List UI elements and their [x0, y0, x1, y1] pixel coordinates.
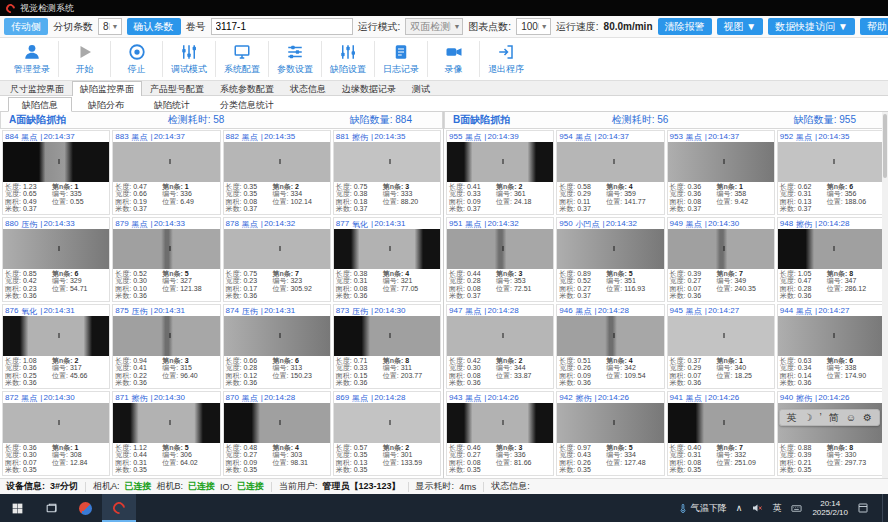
defect-image[interactable] [3, 229, 109, 268]
subtab-defect-info[interactable]: 缺陷信息 [8, 97, 72, 112]
exit-program-button[interactable]: 退出程序 [480, 41, 532, 77]
defect-image[interactable] [224, 229, 330, 268]
task-view-button[interactable] [34, 494, 68, 522]
touch-keyboard-button[interactable] [790, 503, 803, 514]
defect-image[interactable] [557, 142, 663, 181]
defect-image[interactable] [447, 316, 553, 355]
defect-image[interactable] [334, 142, 440, 181]
stop-button[interactable]: 停止 [111, 41, 163, 77]
debug-mode-button[interactable]: 调试模式 [163, 41, 216, 77]
defect-image[interactable] [557, 316, 663, 355]
defect-image[interactable] [778, 229, 884, 268]
defect-cell[interactable]: 954 黑点 20:14:37 长度: 0.58 宽度: 0.29 面积: 0.… [556, 130, 664, 215]
defect-cell[interactable]: 940 擦伤 20:14:26 长度: 0.88 宽度: 0.39 面积: 0.… [777, 391, 885, 476]
defect-image[interactable] [113, 142, 219, 181]
defect-cell[interactable]: 942 擦伤 20:14:26 长度: 0.97 宽度: 0.43 面积: 0.… [556, 391, 664, 476]
show-desktop-button[interactable] [882, 494, 885, 522]
taskbar-clock[interactable]: 20:14 2025/2/10 [812, 499, 848, 518]
defect-image[interactable] [668, 316, 774, 355]
clear-alarm-button[interactable]: 清除报警 [658, 18, 712, 35]
vertical-scrollbar[interactable] [882, 112, 888, 478]
tab-product-config[interactable]: 产品型号配置 [142, 81, 212, 95]
defect-cell[interactable]: 882 黑点 20:14:35 长度: 0.35 宽度: 0.35 面积: 0.… [223, 130, 331, 215]
subtab-class-stats[interactable]: 分类信息统计 [206, 97, 288, 111]
defect-cell[interactable]: 947 黑点 20:14:28 长度: 0.42 宽度: 0.30 面积: 0.… [446, 304, 554, 389]
defect-image[interactable] [3, 403, 109, 442]
defect-image[interactable] [447, 142, 553, 181]
defect-image[interactable] [224, 403, 330, 442]
run-mode-select[interactable]: 双面检测 [405, 18, 463, 35]
defect-cell[interactable]: 874 压伤 20:14:31 长度: 0.66 宽度: 0.28 面积: 0.… [223, 304, 331, 389]
defect-image[interactable] [778, 316, 884, 355]
defect-image[interactable] [3, 142, 109, 181]
defect-settings-button[interactable]: 缺陷设置 [322, 41, 375, 77]
pinned-app-button[interactable] [68, 494, 102, 522]
defect-image[interactable] [334, 316, 440, 355]
defect-image[interactable] [668, 403, 774, 442]
defect-cell[interactable]: 878 黑点 20:14:32 长度: 0.75 宽度: 0.23 面积: 0.… [223, 217, 331, 302]
ime-language-button[interactable]: 英 [772, 502, 781, 515]
system-config-button[interactable]: 系统配置 [216, 41, 269, 77]
ime-settings-button[interactable]: ⚙ [863, 410, 872, 425]
defect-cell[interactable]: 945 黑点 20:14:27 长度: 0.37 宽度: 0.29 面积: 0.… [667, 304, 775, 389]
defect-cell[interactable]: 948 擦伤 20:14:28 长度: 1.05 宽度: 0.47 面积: 0.… [777, 217, 885, 302]
defect-cell[interactable]: 943 黑点 20:14:26 长度: 0.46 宽度: 0.27 面积: 0.… [446, 391, 554, 476]
confirm-strips-button[interactable]: 确认条数 [127, 18, 181, 35]
defect-image[interactable] [224, 316, 330, 355]
tab-system-params[interactable]: 系统参数配置 [212, 81, 282, 95]
defect-cell[interactable]: 950 小凹点 20:14:32 长度: 0.89 宽度: 0.52 面积: 0… [556, 217, 664, 302]
tab-size-monitor[interactable]: 尺寸监控界面 [2, 81, 72, 95]
defect-image[interactable] [668, 229, 774, 268]
tab-defect-monitor[interactable]: 缺陷监控界面 [72, 81, 142, 96]
param-settings-button[interactable]: 参数设置 [269, 41, 322, 77]
scrollbar-thumb[interactable] [883, 114, 887, 178]
log-record-button[interactable]: 日志记录 [375, 41, 428, 77]
defect-cell[interactable]: 870 黑点 20:14:28 长度: 0.48 宽度: 0.27 面积: 0.… [223, 391, 331, 476]
admin-login-button[interactable]: 管理登录 [6, 41, 59, 77]
roll-number-input[interactable] [211, 18, 353, 35]
record-video-button[interactable]: 录像 [428, 41, 480, 77]
ime-simplified-toggle[interactable]: 简 [829, 410, 839, 425]
defect-image[interactable] [3, 316, 109, 355]
defect-cell[interactable]: 949 黑点 20:14:30 长度: 0.39 宽度: 0.27 面积: 0.… [667, 217, 775, 302]
defect-cell[interactable]: 869 黑点 20:14:28 长度: 0.57 宽度: 0.35 面积: 0.… [333, 391, 441, 476]
defect-image[interactable] [334, 403, 440, 442]
chart-points-select[interactable]: 100 [516, 18, 551, 35]
defect-cell[interactable]: 955 黑点 20:14:39 长度: 0.41 宽度: 0.33 面积: 0.… [446, 130, 554, 215]
defect-image[interactable] [557, 403, 663, 442]
defect-cell[interactable]: 884 黑点 20:14:37 长度: 1.23 宽度: 0.65 面积: 0.… [2, 130, 110, 215]
defect-cell[interactable]: 872 黑点 20:14:30 长度: 0.36 宽度: 0.30 面积: 0.… [2, 391, 110, 476]
notification-center-button[interactable] [857, 502, 869, 514]
defect-image[interactable] [447, 229, 553, 268]
defect-cell[interactable]: 944 黑点 20:14:27 长度: 0.63 宽度: 0.34 面积: 0.… [777, 304, 885, 389]
defect-cell[interactable]: 951 黑点 20:14:32 长度: 0.44 宽度: 0.28 面积: 0.… [446, 217, 554, 302]
subtab-defect-stats[interactable]: 缺陷统计 [140, 97, 204, 111]
defect-image[interactable] [557, 229, 663, 268]
volume-button[interactable] [751, 502, 763, 514]
ime-emoji-button[interactable]: ☺ [846, 410, 856, 425]
defect-image[interactable] [113, 229, 219, 268]
defect-cell[interactable]: 876 氧化 20:14:31 长度: 1.08 宽度: 0.36 面积: 0.… [2, 304, 110, 389]
defect-image[interactable] [113, 316, 219, 355]
defect-image[interactable] [447, 403, 553, 442]
tab-edge-data[interactable]: 边缘数据记录 [334, 81, 404, 95]
defect-cell[interactable]: 946 黑点 20:14:28 长度: 0.51 宽度: 0.26 面积: 0.… [556, 304, 664, 389]
subtab-defect-distribution[interactable]: 缺陷分布 [74, 97, 138, 111]
tab-status-info[interactable]: 状态信息 [282, 81, 334, 95]
defect-cell[interactable]: 873 压伤 20:14:30 长度: 0.71 宽度: 0.33 面积: 0.… [333, 304, 441, 389]
defect-cell[interactable]: 871 擦伤 20:14:30 长度: 1.12 宽度: 0.44 面积: 0.… [112, 391, 220, 476]
view-menu-button[interactable]: 视图 ▼ [717, 18, 764, 35]
active-app-button[interactable] [102, 494, 136, 522]
defect-cell[interactable]: 880 压伤 20:14:33 长度: 0.85 宽度: 0.42 面积: 0.… [2, 217, 110, 302]
weather-tray-item[interactable]: 气温下降 [678, 502, 727, 515]
ime-punct-toggle[interactable]: ’ [820, 410, 822, 425]
help-menu-button[interactable]: 帮助 ▼ [860, 18, 888, 35]
ime-fullwidth-toggle[interactable]: ☽ [804, 410, 813, 425]
defect-image[interactable] [224, 142, 330, 181]
defect-image[interactable] [113, 403, 219, 442]
tray-overflow-button[interactable]: ∧ [736, 503, 743, 513]
defect-cell[interactable]: 953 黑点 20:14:37 长度: 0.36 宽度: 0.36 面积: 0.… [667, 130, 775, 215]
strip-count-select[interactable]: 8 [98, 18, 122, 35]
defect-image[interactable] [778, 142, 884, 181]
defect-image[interactable] [334, 229, 440, 268]
